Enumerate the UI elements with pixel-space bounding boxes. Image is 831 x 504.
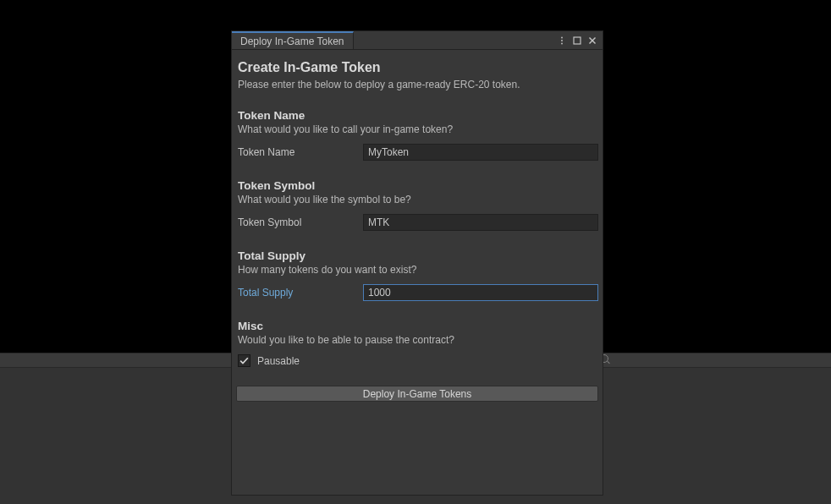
token-symbol-row: Token Symbol [236, 214, 598, 231]
token-symbol-heading: Token Symbol [236, 179, 598, 194]
page-subtitle: Please enter the below to deploy a game-… [236, 79, 598, 90]
total-supply-row: Total Supply [236, 284, 598, 301]
section-token-name: Token Name What would you like to call y… [236, 109, 598, 161]
token-symbol-desc: What would you like the symbol to be? [236, 194, 598, 205]
dialog-tab[interactable]: Deploy In-Game Token [232, 31, 354, 49]
pausable-label: Pausable [257, 355, 300, 367]
dialog-tab-label: Deploy In-Game Token [240, 36, 344, 47]
pausable-checkbox[interactable] [238, 354, 250, 367]
total-supply-desc: How many tokens do you want to exist? [236, 264, 598, 276]
svg-rect-3 [574, 37, 581, 44]
token-symbol-label: Token Symbol [236, 216, 363, 228]
menu-icon[interactable] [557, 36, 567, 46]
deploy-button-label: Deploy In-Game Tokens [363, 388, 472, 400]
token-name-heading: Token Name [236, 109, 598, 123]
misc-heading: Misc [236, 320, 598, 334]
section-total-supply: Total Supply How many tokens do you want… [236, 249, 598, 301]
token-name-label: Token Name [236, 146, 363, 158]
deploy-token-dialog: Deploy In-Game Token Create In-Game Toke… [231, 30, 603, 496]
deploy-button[interactable]: Deploy In-Game Tokens [236, 386, 598, 402]
total-supply-label: Total Supply [236, 287, 363, 299]
svg-point-2 [561, 42, 563, 44]
total-supply-heading: Total Supply [236, 249, 598, 264]
svg-point-0 [561, 36, 563, 38]
pausable-row: Pausable [236, 354, 598, 367]
misc-desc: Would you like to be able to pause the c… [236, 334, 598, 346]
dialog-titlebar: Deploy In-Game Token [232, 31, 603, 50]
token-name-input[interactable] [363, 144, 598, 161]
token-name-row: Token Name [236, 144, 598, 161]
page-title: Create In-Game Token [236, 58, 598, 79]
token-symbol-input[interactable] [363, 214, 598, 231]
svg-point-1 [561, 40, 563, 41]
token-name-desc: What would you like to call your in-game… [236, 123, 598, 135]
dialog-content: Create In-Game Token Please enter the be… [232, 50, 603, 495]
section-token-symbol: Token Symbol What would you like the sym… [236, 179, 598, 231]
maximize-icon[interactable] [572, 36, 582, 46]
section-misc: Misc Would you like to be able to pause … [236, 320, 598, 367]
close-icon[interactable] [587, 36, 597, 46]
total-supply-input[interactable] [363, 284, 598, 301]
titlebar-controls [557, 31, 603, 49]
